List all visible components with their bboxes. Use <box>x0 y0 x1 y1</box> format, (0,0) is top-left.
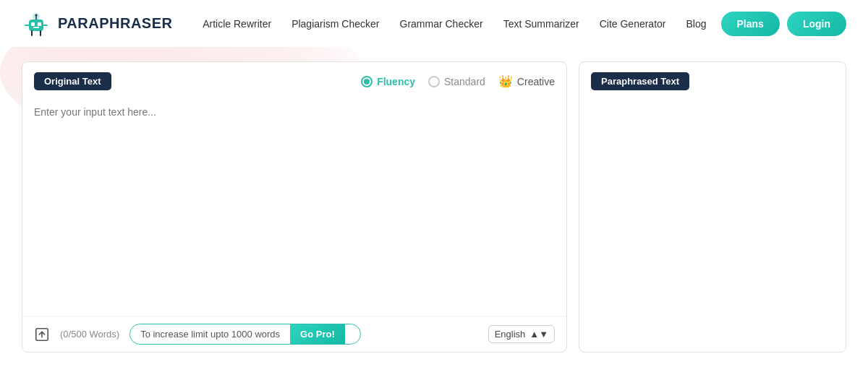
robot-logo-icon <box>22 9 51 38</box>
svg-rect-3 <box>38 22 41 26</box>
nav-plagiarism-checker[interactable]: Plagiarism Checker <box>292 18 379 30</box>
standard-label: Standard <box>444 76 485 87</box>
creative-label: Creative <box>517 76 555 87</box>
left-panel-header: Original Text Fluency Standard 👑 Creativ… <box>22 62 566 98</box>
main-container: Original Text Fluency Standard 👑 Creativ… <box>0 47 868 367</box>
login-button[interactable]: Login <box>787 12 846 36</box>
pro-banner: To increase limit upto 1000 words Go Pro… <box>129 324 361 345</box>
left-panel-footer: (0/500 Words) To increase limit upto 100… <box>22 316 566 352</box>
nav-text-summarizer[interactable]: Text Summarizer <box>503 18 579 30</box>
fluency-mode[interactable]: Fluency <box>361 76 415 87</box>
nav-article-rewriter[interactable]: Article Rewriter <box>203 18 271 30</box>
standard-mode[interactable]: Standard <box>428 76 485 87</box>
upload-button[interactable] <box>34 327 50 342</box>
nav-grammar-checker[interactable]: Grammar Checker <box>400 18 483 30</box>
fluency-radio[interactable] <box>361 76 373 87</box>
plans-button[interactable]: Plans <box>721 12 780 36</box>
logo[interactable]: PARAPHRASER <box>22 9 172 38</box>
logo-text: PARAPHRASER <box>58 15 172 32</box>
language-label: English <box>495 329 526 340</box>
header: PARAPHRASER Article Rewriter Plagiarism … <box>0 0 868 47</box>
fluency-label: Fluency <box>377 76 415 87</box>
left-panel: Original Text Fluency Standard 👑 Creativ… <box>22 61 567 353</box>
svg-point-6 <box>35 14 38 16</box>
nav-cite-generator[interactable]: Cite Generator <box>600 18 666 30</box>
standard-radio[interactable] <box>428 76 440 87</box>
language-selector[interactable]: English ▲▼ <box>488 325 555 343</box>
main-nav: Article Rewriter Plagiarism Checker Gram… <box>203 18 706 30</box>
svg-rect-4 <box>33 27 39 28</box>
right-panel-header: Paraphrased Text <box>579 62 846 98</box>
svg-rect-2 <box>31 22 35 26</box>
right-panel: Paraphrased Text <box>579 61 846 353</box>
word-count: (0/500 Words) <box>60 329 119 340</box>
nav-blog[interactable]: Blog <box>686 18 707 30</box>
original-text-input[interactable] <box>34 106 555 307</box>
chevron-updown-icon: ▲▼ <box>529 329 548 339</box>
crown-icon: 👑 <box>498 74 513 88</box>
creative-mode[interactable]: 👑 Creative <box>498 74 555 88</box>
pro-banner-text: To increase limit upto 1000 words <box>130 324 290 344</box>
original-text-label: Original Text <box>34 72 111 90</box>
paraphrased-text-area <box>579 98 846 352</box>
go-pro-button[interactable]: Go Pro! <box>290 324 345 344</box>
upload-icon <box>34 327 50 342</box>
paraphrased-text-label: Paraphrased Text <box>591 72 689 90</box>
mode-options: Fluency Standard 👑 Creative <box>361 74 555 88</box>
input-area <box>22 98 566 316</box>
